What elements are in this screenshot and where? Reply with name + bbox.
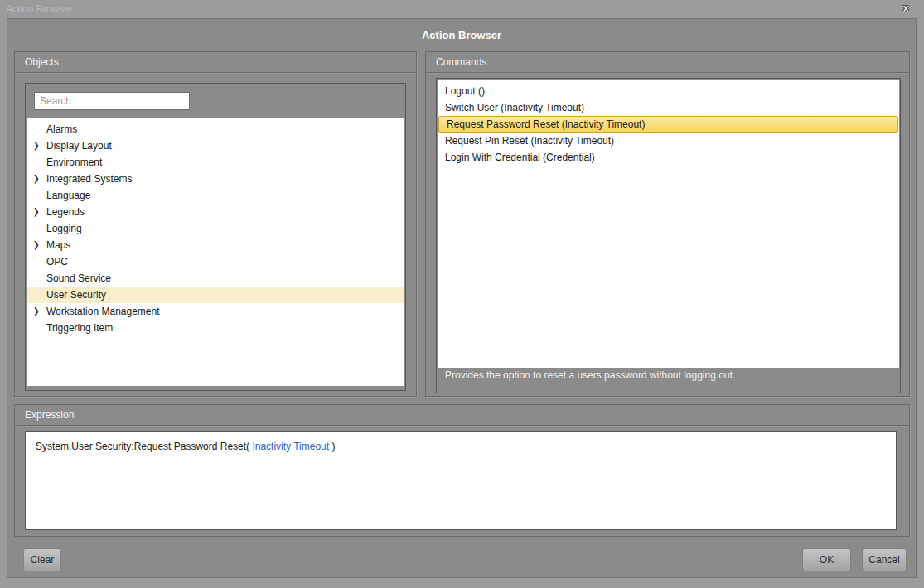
tree-item-integrated-systems[interactable]: ❯Integrated Systems [27,171,404,187]
expand-chevron-icon[interactable]: ❯ [33,302,46,321]
tree-item-display-layout[interactable]: ❯Display Layout [27,137,404,154]
tree-item-label: Sound Service [46,270,111,287]
expand-chevron-icon[interactable]: ❯ [33,170,46,189]
title-bar[interactable]: Action Browser x [0,0,924,18]
tree-item-triggering-item[interactable]: Triggering Item [27,320,404,336]
objects-tree: Alarms❯Display LayoutEnvironment❯Integra… [27,118,404,386]
tree-item-user-security[interactable]: User Security [27,287,404,303]
tree-item-label: Integrated Systems [46,171,132,187]
expand-chevron-icon[interactable]: ❯ [33,137,46,156]
tree-item-label: Environment [46,154,102,171]
tree-item-label: OPC [46,253,68,270]
tree-item-label: Maps [46,237,70,253]
close-icon[interactable]: x [899,2,912,15]
tree-item-workstation-management[interactable]: ❯Workstation Management [27,303,404,320]
expand-chevron-icon[interactable]: ❯ [33,236,46,255]
dialog-heading: Action Browser [7,29,916,41]
cancel-button[interactable]: Cancel [862,548,907,571]
tree-item-sound-service[interactable]: Sound Service [27,270,404,287]
commands-group-label: Commands [426,52,909,73]
command-item-logout[interactable]: Logout () [438,83,899,99]
tree-item-label: Logging [46,220,82,237]
tree-item-label: Triggering Item [46,320,113,336]
tree-item-label: Display Layout [46,137,112,154]
expression-editor[interactable]: System.User Security:Request Password Re… [25,431,897,530]
tree-item-language[interactable]: Language [27,187,404,204]
objects-groupbox: Objects Alarms❯Display LayoutEnvironment… [14,51,417,397]
expression-text-prefix: System.User Security:Request Password Re… [36,441,252,452]
tree-item-alarms[interactable]: Alarms [27,121,404,137]
expand-chevron-icon[interactable]: ❯ [33,203,46,222]
command-description: Provides the option to reset a users pas… [445,369,893,381]
expression-argument-link[interactable]: Inactivity Timeout [252,441,329,452]
command-item-switch-user-inactivity-timeout[interactable]: Switch User (Inactivity Timeout) [438,99,899,116]
tree-item-label: Alarms [46,121,77,137]
objects-group-label: Objects [15,52,416,73]
action-browser-window: Action Browser x Action Browser Objects … [0,0,924,588]
tree-item-legends[interactable]: ❯Legends [27,204,404,220]
objects-inner-panel: Alarms❯Display LayoutEnvironment❯Integra… [25,83,406,391]
tree-item-environment[interactable]: Environment [27,154,404,171]
command-item-request-password-reset-inactivity-timeout[interactable]: Request Password Reset (Inactivity Timeo… [438,116,898,133]
command-item-request-pin-reset-inactivity-timeout[interactable]: Request Pin Reset (Inactivity Timeout) [438,133,899,149]
expression-group-label: Expression [15,405,909,426]
tree-item-logging[interactable]: Logging [27,220,404,237]
clear-button[interactable]: Clear [23,548,61,571]
tree-item-label: Legends [46,204,85,220]
command-item-login-with-credential-credential[interactable]: Login With Credential (Credential) [438,149,899,166]
tree-item-maps[interactable]: ❯Maps [27,237,404,253]
expression-groupbox: Expression System.User Security:Request … [14,404,910,537]
tree-item-label: Workstation Management [46,303,160,320]
dialog-surface: Action Browser Objects Alarms❯Display La… [7,18,917,578]
commands-groupbox: Commands Logout ()Switch User (Inactivit… [425,51,910,397]
commands-list: Logout ()Switch User (Inactivity Timeout… [438,80,899,368]
tree-item-opc[interactable]: OPC [27,253,404,270]
commands-inner-panel: Logout ()Switch User (Inactivity Timeout… [436,78,901,393]
tree-item-label: User Security [46,287,106,303]
expression-text-suffix: ) [329,441,335,452]
window-title: Action Browser [6,0,73,18]
tree-item-label: Language [46,187,90,204]
search-input[interactable] [34,92,190,110]
ok-button[interactable]: OK [802,548,851,571]
